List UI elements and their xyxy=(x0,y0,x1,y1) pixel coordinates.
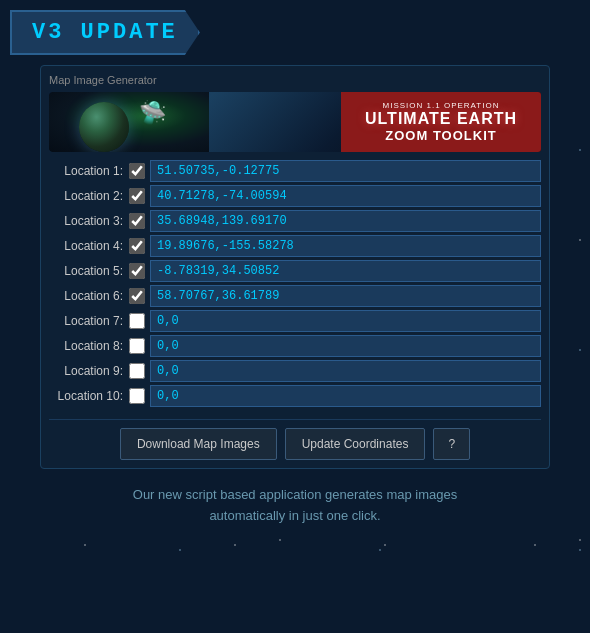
location-checkbox-6[interactable] xyxy=(129,288,145,304)
location-row: Location 9: xyxy=(49,360,541,382)
location-checkbox-7[interactable] xyxy=(129,313,145,329)
location-checkbox-3[interactable] xyxy=(129,213,145,229)
location-checkbox-1[interactable] xyxy=(129,163,145,179)
buttons-row: Download Map Images Update Coordinates ? xyxy=(49,419,541,460)
location-label-1: Location 1: xyxy=(49,164,129,178)
title-bar: V3 UPDATE xyxy=(10,10,580,55)
location-row: Location 7: xyxy=(49,310,541,332)
location-checkbox-10[interactable] xyxy=(129,388,145,404)
location-input-1[interactable] xyxy=(150,160,541,182)
location-label-5: Location 5: xyxy=(49,264,129,278)
banner-text: MISSION 1.1 OPERATION ULTIMATE EARTH ZOO… xyxy=(341,92,541,152)
location-label-3: Location 3: xyxy=(49,214,129,228)
satellite-icon: 🛸 xyxy=(139,100,166,127)
download-button[interactable]: Download Map Images xyxy=(120,428,277,460)
location-label-9: Location 9: xyxy=(49,364,129,378)
location-label-2: Location 2: xyxy=(49,189,129,203)
location-row: Location 1: xyxy=(49,160,541,182)
location-label-6: Location 6: xyxy=(49,289,129,303)
location-input-4[interactable] xyxy=(150,235,541,257)
update-button[interactable]: Update Coordinates xyxy=(285,428,426,460)
location-row: Location 2: xyxy=(49,185,541,207)
location-checkbox-9[interactable] xyxy=(129,363,145,379)
panel-title: Map Image Generator xyxy=(49,74,541,86)
location-input-9[interactable] xyxy=(150,360,541,382)
banner-line1: MISSION 1.1 OPERATION xyxy=(383,101,500,110)
earth-graphic xyxy=(49,92,209,152)
location-row: Location 6: xyxy=(49,285,541,307)
location-input-7[interactable] xyxy=(150,310,541,332)
footer: Our new script based application generat… xyxy=(133,485,457,527)
location-input-8[interactable] xyxy=(150,335,541,357)
location-checkbox-5[interactable] xyxy=(129,263,145,279)
main-panel: Map Image Generator 🛸 MISSION 1.1 OPERAT… xyxy=(40,65,550,469)
location-label-7: Location 7: xyxy=(49,314,129,328)
location-input-2[interactable] xyxy=(150,185,541,207)
location-row: Location 8: xyxy=(49,335,541,357)
location-label-4: Location 4: xyxy=(49,239,129,253)
app-title: V3 UPDATE xyxy=(10,10,200,55)
location-input-6[interactable] xyxy=(150,285,541,307)
footer-line1: Our new script based application generat… xyxy=(133,485,457,506)
location-row: Location 3: xyxy=(49,210,541,232)
location-checkbox-8[interactable] xyxy=(129,338,145,354)
locations-container: Location 1:Location 2:Location 3:Locatio… xyxy=(49,160,541,407)
location-input-10[interactable] xyxy=(150,385,541,407)
location-input-3[interactable] xyxy=(150,210,541,232)
location-checkbox-2[interactable] xyxy=(129,188,145,204)
location-label-8: Location 8: xyxy=(49,339,129,353)
help-button[interactable]: ? xyxy=(433,428,470,460)
location-row: Location 5: xyxy=(49,260,541,282)
outer-container: V3 UPDATE Map Image Generator 🛸 MISSION … xyxy=(0,0,590,633)
location-row: Location 10: xyxy=(49,385,541,407)
banner-title2: ZOOM TOOLKIT xyxy=(385,128,496,143)
location-row: Location 4: xyxy=(49,235,541,257)
location-label-10: Location 10: xyxy=(49,389,129,403)
banner-image: 🛸 MISSION 1.1 OPERATION ULTIMATE EARTH Z… xyxy=(49,92,541,152)
banner-title1: ULTIMATE EARTH xyxy=(365,110,517,128)
location-checkbox-4[interactable] xyxy=(129,238,145,254)
footer-line2: automatically in just one click. xyxy=(133,506,457,527)
location-input-5[interactable] xyxy=(150,260,541,282)
